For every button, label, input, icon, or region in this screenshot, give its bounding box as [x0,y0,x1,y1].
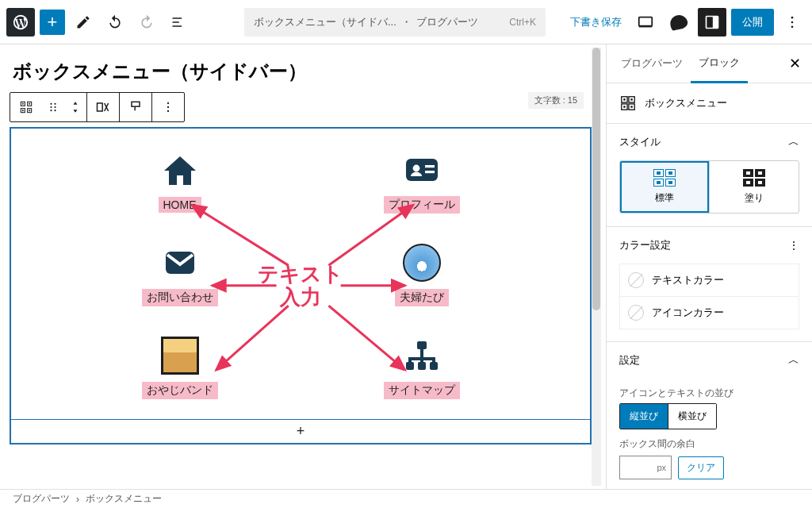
box-item-sitemap[interactable]: サイトマップ [301,320,542,413]
list-view-icon[interactable] [165,9,192,36]
svg-point-4 [791,21,794,23]
svg-point-46 [630,98,633,101]
sidebar-tabs: ブログパーツ ブロック ✕ [607,44,812,83]
box-item-band[interactable]: おやじバンド [59,320,301,413]
add-block-button[interactable]: + [40,10,65,35]
svg-point-5 [791,25,794,28]
character-count: 文字数 : 15 [528,92,584,109]
canvas-scrollbar[interactable] [592,48,601,486]
gap-label: ボックス間の余白 [619,437,799,451]
style-option-fill[interactable]: 塗り [710,161,799,213]
svg-point-26 [412,165,419,172]
layout-vertical-button[interactable]: 縦並び [620,404,668,429]
box-item-travel[interactable]: 夫婦たび [301,228,542,321]
svg-point-13 [29,110,30,111]
layout-horizontal-button[interactable]: 横並び [668,404,716,429]
document-title-bar[interactable]: ボックスメニュー（サイドバ... ・ ブログパーツ Ctrl+K [244,8,546,37]
settings-sidebar-toggle[interactable] [698,8,726,37]
box-item-label: おやじバンド [142,382,218,399]
block-appender[interactable]: + [11,419,590,443]
tab-block[interactable]: ブロック [691,44,748,83]
style-brush-icon[interactable] [120,93,151,121]
breadcrumb-item[interactable]: ボックスメニュー [86,492,162,506]
gap-input[interactable] [619,456,672,479]
box-item-label: 夫婦たび [395,289,449,306]
move-arrows-icon[interactable] [64,93,86,121]
page-title[interactable]: ボックスメニュー（サイドバー） [13,59,592,84]
profile-card-icon [400,148,443,191]
doc-title-text: ボックスメニュー（サイドバ... [254,15,396,29]
block-more-icon[interactable] [152,93,184,121]
empty-swatch-icon [628,272,644,288]
edit-mode-icon[interactable] [70,9,97,36]
drag-handle-icon[interactable] [42,93,64,121]
svg-rect-27 [425,165,435,167]
panel-color-header[interactable]: カラー設定⋮ [607,227,812,264]
panel-style-header[interactable]: スタイル︿ [607,124,812,160]
svg-point-10 [22,103,24,105]
publish-button[interactable]: 公開 [731,9,774,36]
svg-rect-28 [425,171,435,173]
undo-icon[interactable] [102,9,128,36]
box-item-profile[interactable]: プロフィール [301,135,542,228]
svg-point-12 [22,110,24,111]
svg-rect-20 [98,103,103,111]
svg-rect-25 [406,159,438,181]
block-type-icon[interactable] [10,93,42,121]
svg-rect-31 [406,362,414,370]
icon-color-setting[interactable]: アイコンカラー [619,296,799,329]
breadcrumb: ブログパーツ › ボックスメニュー [0,489,812,508]
layout-toggle: 縦並び 横並び [619,403,717,429]
wordpress-logo[interactable] [6,8,35,37]
layout-label: アイコンとテキストの並び [619,387,799,400]
travel-photo-icon [400,241,443,284]
svg-point-16 [50,106,52,108]
svg-rect-2 [713,16,718,28]
box-menu-icon [619,94,637,112]
block-name-label: ボックスメニュー [645,96,727,110]
empty-swatch-icon [628,305,644,321]
box-menu-block[interactable]: HOME プロフィール お問い合わせ 夫婦たび おやじバンド [10,127,592,444]
settings-sidebar: ブログパーツ ブロック ✕ ボックスメニュー スタイル︿ 標準 塗 [606,44,812,489]
svg-point-48 [630,106,633,108]
editor-canvas: ボックスメニュー（サイドバー） 文字数 : 15 HOME プロフィール [0,44,606,489]
svg-rect-21 [132,102,140,106]
svg-rect-33 [430,362,438,370]
band-photo-icon [159,334,201,377]
box-item-label: プロフィール [384,196,460,214]
clear-button[interactable]: クリア [678,456,724,479]
style-option-standard[interactable]: 標準 [620,161,710,213]
preview-icon[interactable] [631,8,660,37]
align-icon[interactable] [87,93,119,121]
svg-point-15 [54,103,56,105]
box-item-home[interactable]: HOME [59,135,301,228]
chevron-up-icon: ︿ [788,353,799,368]
close-sidebar-icon[interactable]: ✕ [783,52,806,75]
breadcrumb-item[interactable]: ブログパーツ [13,492,70,506]
box-item-label: お問い合わせ [142,289,218,306]
svg-point-11 [29,103,30,105]
svg-rect-32 [418,362,426,370]
chevron-up-icon: ︿ [788,135,799,149]
save-draft-link[interactable]: 下書き保存 [570,15,622,29]
svg-point-18 [50,110,52,111]
svg-point-23 [167,106,169,108]
redo-icon[interactable] [133,9,160,36]
svg-point-19 [54,110,56,111]
svg-point-17 [54,106,56,108]
more-menu-icon[interactable] [779,9,806,36]
block-identity: ボックスメニュー [607,83,812,124]
top-toolbar: + ボックスメニュー（サイドバ... ・ ブログパーツ Ctrl+K 下書き保存… [0,0,812,44]
svg-point-47 [623,106,626,108]
tab-blogparts[interactable]: ブログパーツ [613,45,691,82]
panel-settings-header[interactable]: 設定︿ [607,342,812,379]
more-vert-icon[interactable]: ⋮ [788,239,799,252]
home-icon [159,149,201,192]
text-color-setting[interactable]: テキストカラー [619,264,799,297]
box-item-label: サイトマップ [384,382,460,399]
box-item-label: HOME [159,197,201,213]
svg-point-45 [623,98,626,101]
theme-icon[interactable] [665,8,693,37]
box-item-contact[interactable]: お問い合わせ [59,228,301,321]
svg-point-14 [50,103,52,105]
